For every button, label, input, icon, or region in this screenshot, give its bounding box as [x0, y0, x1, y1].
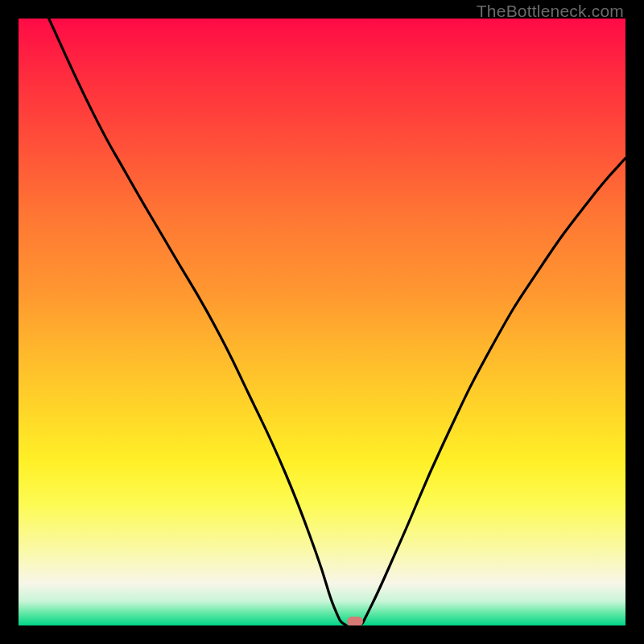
bottleneck-curve [19, 19, 625, 625]
curve-path [49, 19, 625, 625]
minimum-marker [347, 617, 363, 625]
plot-area [19, 19, 625, 625]
chart-frame: TheBottleneck.com [0, 0, 644, 644]
